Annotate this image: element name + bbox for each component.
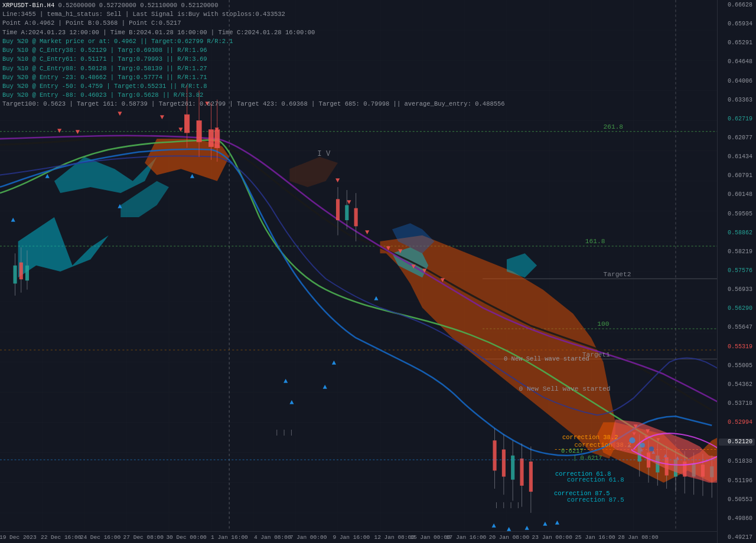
svg-text:▼: ▼ <box>398 247 403 256</box>
price-56933: 0.56933 <box>719 287 755 293</box>
price-55647: 0.55647 <box>719 325 755 331</box>
price-53718: 0.53718 <box>719 401 755 407</box>
price-55005: 0.55005 <box>719 363 755 369</box>
svg-text:▲: ▲ <box>491 522 496 530</box>
price-top: 0.66628 <box>719 2 755 8</box>
svg-text:▲: ▲ <box>11 216 15 224</box>
time-label-13: 20 Jan 08:00 <box>489 534 529 541</box>
svg-rect-63 <box>13 266 17 284</box>
time-label-4: 27 Dec 08:00 <box>123 534 164 541</box>
svg-text:▼: ▼ <box>215 126 220 134</box>
price-49860: 0.49860 <box>719 516 755 522</box>
svg-text:▲: ▲ <box>543 520 548 528</box>
svg-rect-71 <box>345 205 348 221</box>
svg-rect-65 <box>19 263 23 280</box>
price-61434: 0.61434 <box>719 154 755 160</box>
svg-text:▼: ▼ <box>57 127 62 135</box>
price-63363: 0.63363 <box>719 97 755 103</box>
svg-text:correction 61.8: correction 61.8 <box>567 476 624 483</box>
price-55319: 0.55319 <box>719 344 755 350</box>
svg-text:▼: ▼ <box>347 198 351 207</box>
price-60148: 0.60148 <box>719 192 755 198</box>
chart-container: MARKETZYDE XRPUSDT-Bin.H4 0.52600000 0.5… <box>0 0 756 543</box>
price-51196: 0.51196 <box>719 478 755 484</box>
svg-text:▼: ▼ <box>118 110 122 118</box>
svg-text:▼: ▼ <box>412 263 416 271</box>
price-current: 0.52120 <box>719 439 755 446</box>
time-label-1: 19 Dec 2023 <box>0 534 37 541</box>
svg-text:▲: ▲ <box>374 295 379 303</box>
svg-point-160 <box>640 443 645 447</box>
svg-rect-81 <box>520 459 523 486</box>
time-label-11: 15 Jan 00:00 <box>410 534 450 541</box>
svg-text:▼: ▼ <box>441 276 445 284</box>
svg-rect-73 <box>354 208 358 227</box>
chart-svg: ▲ ▲ ▲ ▲ ▲ ▲ ▲ ▲ ▲ ▲ ▲ ▲ ▲ ▲ ▼ ▼ ▼ ▼ ▼ ▼ … <box>0 0 732 543</box>
svg-point-159 <box>629 437 635 443</box>
time-label-12: 17 Jan 16:00 <box>446 534 486 541</box>
time-label-2: 22 Dec 16:00 <box>41 534 81 541</box>
time-label-7: 4 Jan 08:00 <box>254 534 291 541</box>
svg-text:| | | |: | | | | <box>495 502 520 509</box>
time-label-16: 28 Jan 08:00 <box>618 534 658 541</box>
price-54362: 0.54362 <box>719 382 755 388</box>
price-bottom: 0.49217 <box>719 535 755 541</box>
time-label-5: 30 Dec 00:00 <box>166 534 206 541</box>
price-65934: 0.65934 <box>719 21 755 27</box>
time-axis: 19 Dec 2023 22 Dec 16:00 24 Dec 16:00 27… <box>0 531 717 543</box>
svg-rect-55 <box>185 115 190 133</box>
svg-rect-79 <box>511 456 514 480</box>
svg-text:▲: ▲ <box>332 359 337 367</box>
svg-text:▼: ▼ <box>365 228 370 237</box>
svg-text:▲: ▲ <box>289 398 294 407</box>
svg-rect-77 <box>502 450 506 477</box>
svg-text:| 0.6217: | 0.6217 <box>573 454 602 462</box>
price-62077: 0.62077 <box>719 135 755 141</box>
svg-point-161 <box>649 446 654 451</box>
svg-text:▲: ▲ <box>555 519 560 527</box>
price-58862: 0.58862 <box>719 230 755 236</box>
svg-rect-83 <box>529 462 533 492</box>
time-label-8: 7 Jan 00:00 <box>290 534 327 541</box>
svg-text:▲: ▲ <box>322 383 327 391</box>
price-51838: 0.51838 <box>719 459 755 465</box>
svg-text:| | |: | | | <box>275 429 294 436</box>
price-64648: 0.64648 <box>719 59 755 65</box>
svg-rect-59 <box>208 130 213 147</box>
price-64006: 0.64006 <box>719 78 755 84</box>
svg-text:▼: ▼ <box>422 267 427 275</box>
svg-text:correction 87.5: correction 87.5 <box>567 496 624 503</box>
svg-text:Target1: Target1 <box>582 351 610 358</box>
svg-text:0 New Sell wave started: 0 New Sell wave started <box>519 385 610 392</box>
svg-text:Target2: Target2 <box>603 271 631 278</box>
time-label-10: 12 Jan 08:00 <box>374 534 414 541</box>
time-label-6: 1 Jan 16:00 <box>211 534 248 541</box>
svg-text:261.8: 261.8 <box>603 123 623 130</box>
svg-rect-57 <box>197 120 201 142</box>
price-58219: 0.58219 <box>719 249 755 255</box>
price-50553: 0.50553 <box>719 497 755 503</box>
price-57576: 0.57576 <box>719 268 755 274</box>
svg-text:161.8: 161.8 <box>585 238 605 245</box>
svg-rect-75 <box>493 440 496 470</box>
price-60791: 0.60791 <box>719 173 755 179</box>
svg-text:▼: ▼ <box>160 113 165 122</box>
svg-text:I  V: I V <box>317 150 331 158</box>
svg-text:100: 100 <box>597 320 609 328</box>
price-axis: 0.66628 0.65934 0.65291 0.64648 0.64006 … <box>717 0 756 543</box>
svg-text:▼: ▼ <box>335 176 340 185</box>
svg-text:▼: ▼ <box>76 128 80 136</box>
time-label-9: 9 Jan 16:00 <box>333 534 370 541</box>
time-label-3: 24 Dec 16:00 <box>80 534 120 541</box>
svg-text:▲: ▲ <box>190 172 195 181</box>
svg-text:▼: ▼ <box>205 100 210 108</box>
time-label-14: 23 Jan 00:00 <box>532 534 572 541</box>
svg-text:▲: ▲ <box>45 172 50 181</box>
price-65291: 0.65291 <box>719 40 755 46</box>
time-label-15: 25 Jan 16:00 <box>575 534 615 541</box>
svg-text:▼: ▼ <box>386 244 391 253</box>
price-56290: 0.56290 <box>719 306 755 312</box>
svg-text:▲: ▲ <box>118 202 122 211</box>
price-62719: 0.62719 <box>719 116 755 122</box>
svg-text:▲: ▲ <box>284 377 288 385</box>
